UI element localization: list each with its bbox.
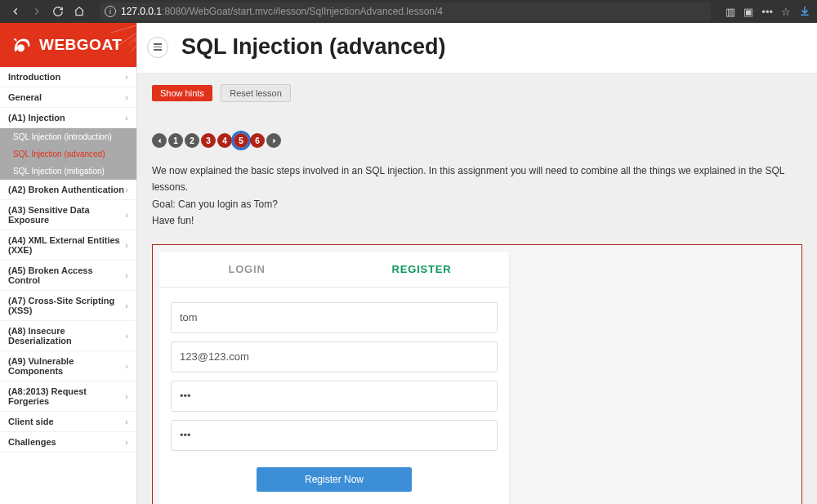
sidebar-item-label: General bbox=[8, 92, 42, 102]
sidebar-subitem[interactable]: SQL Injection (mitigation) bbox=[0, 163, 136, 180]
sidebar-item[interactable]: Introduction› bbox=[0, 67, 136, 87]
page-header: SQL Injection (advanced) bbox=[137, 23, 817, 68]
site-info-icon[interactable]: i bbox=[105, 6, 116, 17]
sidebar-item-label: (A5) Broken Access Control bbox=[8, 265, 125, 285]
step-2[interactable]: 2 bbox=[185, 133, 199, 148]
download-icon[interactable] bbox=[799, 5, 810, 19]
home-button[interactable] bbox=[70, 2, 88, 20]
attack-container: LOGIN REGISTER Register Now User tom alr… bbox=[152, 244, 802, 504]
sidebar-item-label: Challenges bbox=[8, 437, 56, 447]
goat-icon bbox=[10, 34, 34, 56]
url-path: :8080/WebGoat/start.mvc#lesson/SqlInject… bbox=[162, 6, 443, 17]
sidebar-item-label: (A1) Injection bbox=[8, 113, 65, 123]
lesson-description: We now explained the basic steps involve… bbox=[137, 156, 817, 236]
step-6[interactable]: 6 bbox=[250, 133, 265, 148]
sidebar-item-label: Client side bbox=[8, 417, 54, 426]
chevron-right-icon: › bbox=[125, 361, 128, 371]
desc-line-3: Have fun! bbox=[152, 212, 802, 229]
show-hints-button[interactable]: Show hints bbox=[152, 85, 212, 101]
chevron-right-icon: › bbox=[125, 437, 128, 447]
desc-line-1: We now explained the basic steps involve… bbox=[152, 163, 802, 196]
lesson-content: Show hints Reset lesson 123456 We now ex… bbox=[137, 73, 817, 504]
sidebar-subitem[interactable]: SQL Injection (introduction) bbox=[0, 128, 136, 145]
back-button[interactable] bbox=[7, 2, 25, 20]
bookmark-icon[interactable]: ☆ bbox=[781, 6, 791, 18]
menu-toggle[interactable] bbox=[147, 37, 168, 58]
tab-login[interactable]: LOGIN bbox=[159, 252, 334, 287]
chevron-right-icon: › bbox=[125, 72, 128, 82]
page-title: SQL Injection (advanced) bbox=[181, 34, 446, 60]
step-1[interactable]: 1 bbox=[168, 133, 183, 148]
url-host: 127.0.0.1 bbox=[121, 6, 162, 17]
auth-card: LOGIN REGISTER Register Now bbox=[159, 252, 509, 504]
toolbar-right: ▥ ▣ ••• ☆ bbox=[725, 6, 791, 18]
password-field[interactable] bbox=[171, 381, 498, 412]
sidebar-item[interactable]: General› bbox=[0, 87, 136, 108]
chevron-right-icon: › bbox=[125, 92, 128, 102]
sidebar-item[interactable]: (A5) Broken Access Control› bbox=[0, 261, 136, 291]
chevron-right-icon: › bbox=[125, 391, 128, 401]
step-next[interactable] bbox=[266, 133, 281, 148]
sidebar-item[interactable]: (A8) Insecure Deserialization› bbox=[0, 321, 136, 351]
lesson-pagination: 123456 bbox=[137, 102, 817, 156]
sidebar-item[interactable]: (A2) Broken Authentication› bbox=[0, 180, 136, 200]
main-content: SQL Injection (advanced) Show hints Rese… bbox=[137, 23, 817, 504]
sidebar-item-label: (A7) Cross-Site Scripting (XSS) bbox=[8, 296, 125, 315]
sidebar: WEBGOAT Introduction›General›(A1) Inject… bbox=[0, 23, 137, 504]
sidebar-item-label: (A9) Vulnerable Components bbox=[8, 356, 125, 376]
reader-icon[interactable]: ▥ bbox=[725, 6, 735, 18]
sidebar-item-label: (A8:2013) Request Forgeries bbox=[8, 386, 125, 406]
sidebar-item[interactable]: Challenges› bbox=[0, 432, 136, 453]
sidebar-item[interactable]: (A1) Injection› bbox=[0, 108, 136, 128]
step-4[interactable]: 4 bbox=[217, 133, 232, 148]
reset-lesson-button[interactable]: Reset lesson bbox=[221, 84, 291, 102]
chevron-right-icon: › bbox=[125, 331, 128, 341]
forward-button[interactable] bbox=[28, 2, 46, 20]
chevron-right-icon: › bbox=[125, 417, 128, 426]
chevron-right-icon: › bbox=[125, 113, 128, 123]
reload-button[interactable] bbox=[49, 2, 67, 20]
sidebar-item-label: (A3) Sensitive Data Exposure bbox=[8, 205, 125, 225]
url-bar[interactable]: i 127.0.0.1 :8080/WebGoat/start.mvc#less… bbox=[100, 2, 711, 20]
sidebar-subitem[interactable]: SQL Injection (advanced) bbox=[0, 145, 136, 163]
sidebar-item[interactable]: (A9) Vulnerable Components› bbox=[0, 351, 136, 381]
confirm-password-field[interactable] bbox=[171, 420, 498, 451]
sidebar-item-label: (A2) Broken Authentication bbox=[8, 185, 124, 194]
auth-tabs: LOGIN REGISTER bbox=[159, 252, 509, 288]
username-field[interactable] bbox=[171, 302, 498, 333]
sidebar-menu: Introduction›General›(A1) Injection›SQL … bbox=[0, 67, 136, 453]
chevron-right-icon: › bbox=[125, 240, 128, 250]
svg-point-0 bbox=[17, 44, 25, 51]
pocket-icon[interactable]: ▣ bbox=[743, 6, 753, 18]
step-3[interactable]: 3 bbox=[201, 133, 216, 148]
tab-register[interactable]: REGISTER bbox=[334, 252, 509, 287]
step-prev[interactable] bbox=[152, 133, 167, 148]
sidebar-item[interactable]: Client side› bbox=[0, 412, 136, 432]
step-5[interactable]: 5 bbox=[234, 133, 248, 148]
chevron-right-icon: › bbox=[125, 301, 128, 310]
brand-logo[interactable]: WEBGOAT bbox=[0, 23, 136, 67]
sidebar-item[interactable]: (A7) Cross-Site Scripting (XSS)› bbox=[0, 291, 136, 321]
sidebar-item-label: (A8) Insecure Deserialization bbox=[8, 326, 125, 346]
desc-line-2: Goal: Can you login as Tom? bbox=[152, 196, 802, 212]
sidebar-item-label: (A4) XML External Entities (XXE) bbox=[8, 235, 125, 255]
chevron-right-icon: › bbox=[125, 270, 128, 280]
more-icon[interactable]: ••• bbox=[761, 6, 773, 18]
sidebar-item[interactable]: (A4) XML External Entities (XXE)› bbox=[0, 230, 136, 261]
email-field[interactable] bbox=[171, 341, 498, 372]
web-decoration bbox=[102, 23, 137, 52]
sidebar-item[interactable]: (A3) Sensitive Data Exposure› bbox=[0, 200, 136, 230]
browser-toolbar: i 127.0.0.1 :8080/WebGoat/start.mvc#less… bbox=[0, 0, 817, 23]
sidebar-item-label: Introduction bbox=[8, 72, 60, 82]
chevron-right-icon: › bbox=[125, 210, 128, 220]
register-button[interactable]: Register Now bbox=[257, 467, 412, 492]
chevron-right-icon: › bbox=[125, 185, 128, 194]
sidebar-item[interactable]: (A8:2013) Request Forgeries› bbox=[0, 381, 136, 412]
